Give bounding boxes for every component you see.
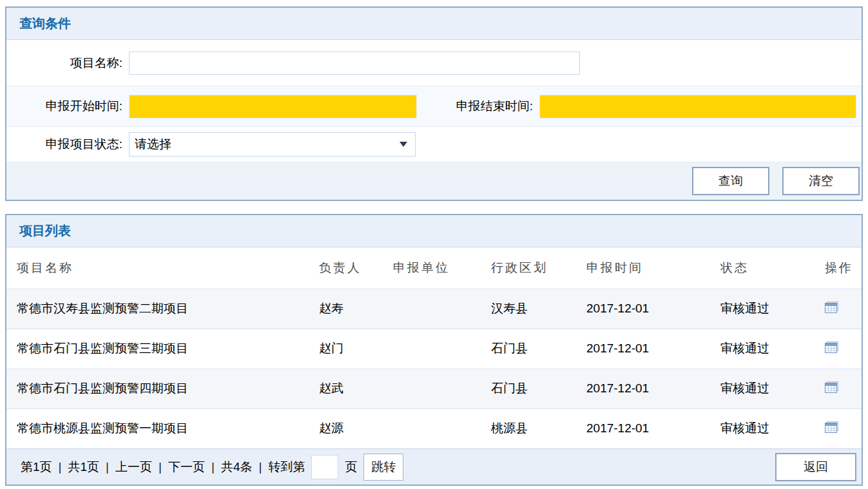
query-actions-row: 查询 清空	[6, 162, 862, 200]
search-button[interactable]: 查询	[692, 167, 769, 195]
query-panel-header: 查询条件	[6, 8, 862, 40]
total-items-label: 共4条	[221, 459, 253, 475]
separator: |	[258, 460, 262, 474]
project-status-selected-value: 请选择	[135, 136, 171, 153]
list-panel-title: 项目列表	[19, 222, 71, 240]
current-page-label: 第1页	[21, 459, 52, 475]
cell-owner: 赵源	[319, 408, 393, 448]
query-panel-title: 查询条件	[19, 15, 71, 32]
cell-date: 2017-12-01	[586, 408, 720, 448]
clear-button[interactable]: 清空	[782, 167, 860, 195]
col-header-status: 状态	[720, 247, 825, 289]
start-time-input[interactable]	[129, 95, 417, 119]
project-list-panel: 项目列表 项目名称 负责人 申报单位 行政区划 申报时间 状态 操作 常德市汉寿…	[5, 214, 863, 486]
goto-page-suffix-label: 页	[345, 459, 357, 475]
table-row: 常德市石门县监测预警四期项目 赵武 石门县 2017-12-01 审核通过	[6, 369, 862, 408]
cell-project-name: 常德市石门县监测预警四期项目	[6, 369, 319, 408]
cell-status: 审核通过	[720, 329, 825, 369]
start-time-label: 申报开始时间:	[6, 98, 129, 115]
pagination-bar: 第1页 | 共1页 | 上一页 | 下一页 | 共4条 | 转到第 页 跳转 返…	[6, 448, 862, 484]
project-status-select[interactable]: 请选择	[129, 132, 416, 157]
pagination-controls: 第1页 | 共1页 | 上一页 | 下一页 | 共4条 | 转到第 页 跳转	[21, 454, 403, 481]
cell-region: 桃源县	[491, 408, 586, 448]
table-header-row: 项目名称 负责人 申报单位 行政区划 申报时间 状态 操作	[6, 247, 862, 289]
view-detail-button[interactable]	[825, 302, 838, 313]
cell-status: 审核通过	[720, 408, 825, 448]
col-header-region: 行政区划	[491, 247, 586, 289]
cell-status: 审核通过	[720, 289, 825, 329]
col-header-unit: 申报单位	[393, 247, 491, 289]
cell-region: 汉寿县	[491, 289, 586, 329]
cell-unit	[393, 329, 491, 369]
cell-owner: 赵寿	[319, 289, 393, 329]
col-header-date: 申报时间	[586, 247, 720, 289]
cell-region: 石门县	[491, 329, 586, 369]
cell-project-name: 常德市石门县监测预警三期项目	[6, 329, 319, 369]
view-detail-button[interactable]	[825, 341, 838, 353]
goto-page-input[interactable]	[311, 455, 338, 479]
cell-owner: 赵门	[319, 329, 393, 369]
goto-page-prefix-label: 转到第	[268, 459, 305, 475]
cell-region: 石门县	[491, 369, 586, 408]
separator: |	[106, 460, 109, 474]
table-grid-icon	[825, 341, 838, 353]
project-table: 项目名称 负责人 申报单位 行政区划 申报时间 状态 操作 常德市汉寿县监测预警…	[6, 247, 862, 448]
back-button[interactable]: 返回	[775, 453, 856, 481]
project-status-label: 申报项目状态:	[6, 136, 129, 153]
project-name-input[interactable]	[129, 52, 580, 75]
col-header-action: 操作	[825, 247, 862, 289]
project-name-row: 项目名称:	[6, 40, 862, 86]
cell-date: 2017-12-01	[586, 369, 720, 408]
end-time-label: 申报结束时间:	[417, 98, 539, 115]
next-page-link[interactable]: 下一页	[168, 459, 205, 475]
declare-time-row: 申报开始时间: 申报结束时间:	[6, 86, 862, 127]
cell-unit	[393, 408, 491, 448]
table-grid-icon	[825, 421, 838, 433]
table-row: 常德市桃源县监测预警一期项目 赵源 桃源县 2017-12-01 审核通过	[6, 408, 862, 448]
chevron-down-icon	[400, 142, 407, 147]
separator: |	[211, 460, 215, 474]
jump-button[interactable]: 跳转	[363, 454, 403, 481]
cell-date: 2017-12-01	[586, 329, 720, 369]
table-row: 常德市石门县监测预警三期项目 赵门 石门县 2017-12-01 审核通过	[6, 329, 862, 369]
cell-unit	[393, 369, 491, 408]
project-status-row: 申报项目状态: 请选择	[6, 127, 862, 162]
view-detail-button[interactable]	[825, 381, 838, 393]
separator: |	[159, 460, 162, 474]
cell-status: 审核通过	[720, 369, 825, 408]
cell-date: 2017-12-01	[586, 289, 720, 329]
col-header-owner: 负责人	[319, 247, 393, 289]
cell-unit	[393, 289, 491, 329]
cell-project-name: 常德市桃源县监测预警一期项目	[6, 408, 319, 448]
end-time-input[interactable]	[539, 95, 856, 119]
view-detail-button[interactable]	[825, 421, 838, 433]
total-pages-label: 共1页	[68, 459, 100, 475]
col-header-name: 项目名称	[6, 247, 319, 289]
project-name-label: 项目名称:	[6, 55, 129, 72]
separator: |	[59, 460, 62, 474]
table-grid-icon	[825, 381, 838, 393]
list-panel-header: 项目列表	[6, 215, 862, 247]
query-conditions-panel: 查询条件 项目名称: 申报开始时间: 申报结束时间: 申报项目状态: 请选择 查…	[5, 6, 863, 201]
cell-project-name: 常德市汉寿县监测预警二期项目	[6, 289, 319, 329]
cell-owner: 赵武	[319, 369, 393, 408]
table-grid-icon	[825, 302, 838, 313]
table-row: 常德市汉寿县监测预警二期项目 赵寿 汉寿县 2017-12-01 审核通过	[6, 289, 862, 329]
prev-page-link[interactable]: 上一页	[115, 459, 152, 475]
